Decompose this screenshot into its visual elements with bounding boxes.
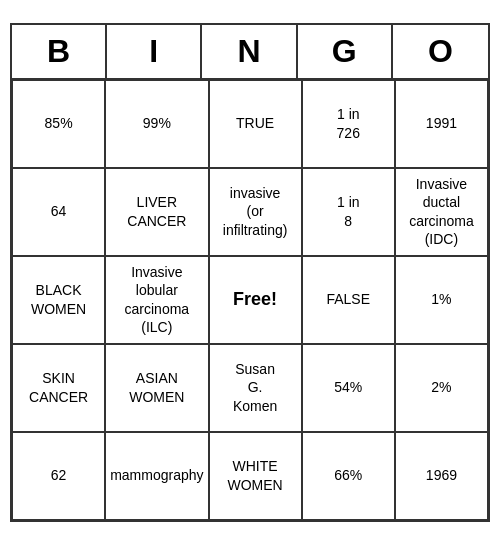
cell-content: 1% xyxy=(431,290,451,308)
bingo-grid: 85%99%TRUE1 in726199164LIVERCANCERinvasi… xyxy=(12,80,488,520)
cell-content: 1 in8 xyxy=(337,193,360,229)
cell-content: 64 xyxy=(51,202,67,220)
cell-content: 1969 xyxy=(426,466,457,484)
cell-content: 99% xyxy=(143,114,171,132)
cell-content: WHITEWOMEN xyxy=(228,457,283,493)
cell-content: TRUE xyxy=(236,114,274,132)
header-letter-b: B xyxy=(12,25,107,78)
cell-content: BLACKWOMEN xyxy=(31,281,86,317)
bingo-cell-r4-c1: mammography xyxy=(105,432,208,520)
bingo-cell-r2-c2: Free! xyxy=(209,256,302,344)
bingo-cell-r4-c4: 1969 xyxy=(395,432,488,520)
cell-content: 66% xyxy=(334,466,362,484)
bingo-cell-r1-c4: Invasiveductalcarcinoma(IDC) xyxy=(395,168,488,256)
bingo-cell-r0-c3: 1 in726 xyxy=(302,80,395,168)
bingo-cell-r3-c0: SKINCANCER xyxy=(12,344,105,432)
cell-content: 62 xyxy=(51,466,67,484)
bingo-cell-r3-c1: ASIANWOMEN xyxy=(105,344,208,432)
bingo-header: BINGO xyxy=(12,25,488,80)
cell-content: Invasiveductalcarcinoma(IDC) xyxy=(409,175,474,248)
cell-content: SKINCANCER xyxy=(29,369,88,405)
cell-content: 54% xyxy=(334,378,362,396)
bingo-cell-r0-c2: TRUE xyxy=(209,80,302,168)
header-letter-i: I xyxy=(107,25,202,78)
bingo-cell-r1-c3: 1 in8 xyxy=(302,168,395,256)
bingo-cell-r1-c1: LIVERCANCER xyxy=(105,168,208,256)
bingo-cell-r3-c3: 54% xyxy=(302,344,395,432)
bingo-cell-r3-c2: SusanG.Komen xyxy=(209,344,302,432)
bingo-cell-r2-c4: 1% xyxy=(395,256,488,344)
bingo-cell-r0-c1: 99% xyxy=(105,80,208,168)
cell-content: ASIANWOMEN xyxy=(129,369,184,405)
cell-content: Invasivelobularcarcinoma(ILC) xyxy=(125,263,190,336)
bingo-cell-r0-c0: 85% xyxy=(12,80,105,168)
bingo-cell-r3-c4: 2% xyxy=(395,344,488,432)
cell-content: mammography xyxy=(110,466,203,484)
bingo-cell-r4-c0: 62 xyxy=(12,432,105,520)
bingo-cell-r2-c0: BLACKWOMEN xyxy=(12,256,105,344)
cell-content: 1 in726 xyxy=(337,105,360,141)
cell-content: SusanG.Komen xyxy=(233,360,277,415)
cell-content: 2% xyxy=(431,378,451,396)
bingo-cell-r0-c4: 1991 xyxy=(395,80,488,168)
cell-content: Free! xyxy=(233,288,277,311)
header-letter-g: G xyxy=(298,25,393,78)
bingo-cell-r1-c0: 64 xyxy=(12,168,105,256)
cell-content: 85% xyxy=(45,114,73,132)
cell-content: 1991 xyxy=(426,114,457,132)
bingo-cell-r2-c1: Invasivelobularcarcinoma(ILC) xyxy=(105,256,208,344)
cell-content: invasive(orinfiltrating) xyxy=(223,184,288,239)
header-letter-n: N xyxy=(202,25,297,78)
bingo-cell-r1-c2: invasive(orinfiltrating) xyxy=(209,168,302,256)
bingo-cell-r4-c3: 66% xyxy=(302,432,395,520)
bingo-cell-r4-c2: WHITEWOMEN xyxy=(209,432,302,520)
cell-content: FALSE xyxy=(326,290,370,308)
bingo-card: BINGO 85%99%TRUE1 in726199164LIVERCANCER… xyxy=(10,23,490,522)
header-letter-o: O xyxy=(393,25,488,78)
bingo-cell-r2-c3: FALSE xyxy=(302,256,395,344)
cell-content: LIVERCANCER xyxy=(127,193,186,229)
